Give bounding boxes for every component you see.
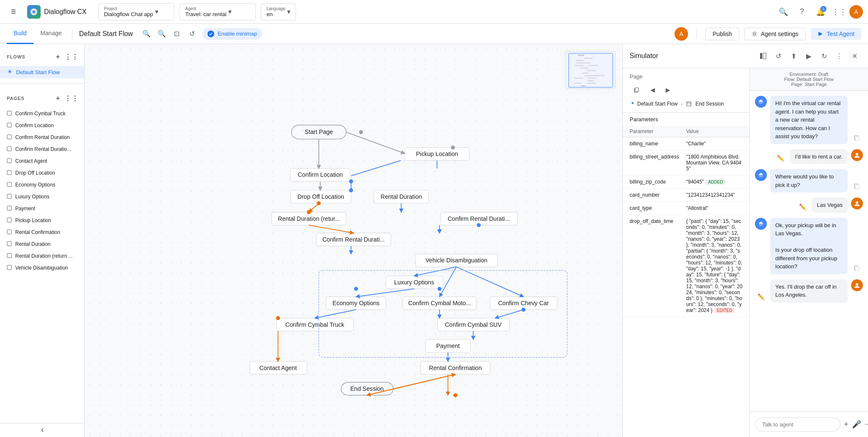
env-line1: Environment: Draft xyxy=(755,72,863,77)
sidebar-item-page-4[interactable]: Contact Agent xyxy=(0,155,84,167)
sidebar-item-page-2[interactable]: Confirm Rental Duration xyxy=(0,131,84,143)
sim-columns-icon[interactable] xyxy=(756,49,770,63)
tab-manage[interactable]: Manage xyxy=(33,24,69,44)
agent-label: Agent xyxy=(185,6,226,11)
add-flow-button[interactable]: + xyxy=(52,51,64,63)
params-row-5: drop_off_date_time { "past": { "day": 15… xyxy=(623,215,749,317)
apps-icon[interactable]: ⋮⋮ xyxy=(831,3,848,20)
chat-action-icon-4[interactable] xyxy=(851,262,863,274)
params-next-icon[interactable]: ▶ xyxy=(662,84,674,96)
undo-icon[interactable]: ↺ xyxy=(185,27,199,41)
svg-rect-110 xyxy=(587,80,594,81)
sidebar-item-page-13[interactable]: Vehicle Disambiguation xyxy=(0,262,84,274)
svg-line-73 xyxy=(315,310,356,318)
notification-icon[interactable]: 🔔 1 xyxy=(812,3,829,20)
sim-export-icon[interactable]: ⬆ xyxy=(787,49,800,63)
sidebar-item-page-6[interactable]: Economy Options xyxy=(0,179,84,191)
svg-rect-99 xyxy=(583,62,591,64)
attach-icon[interactable]: + xyxy=(844,417,849,432)
sidebar-item-page-9[interactable]: Pickup Location xyxy=(0,214,84,226)
page-list-icon[interactable]: ⋮⋮ xyxy=(66,92,77,104)
user-avatar[interactable]: A xyxy=(849,5,863,19)
sidebar-item-page-8[interactable]: Payment xyxy=(0,203,84,214)
search-flow-icon[interactable]: 🔍 xyxy=(140,27,153,41)
param-value-0: "Charlie" xyxy=(686,141,743,147)
flow-icon xyxy=(7,69,13,76)
sidebar-item-page-1[interactable]: Confirm Location xyxy=(0,120,84,131)
sidebar-divider xyxy=(0,84,84,84)
svg-text:Confirm Cymbal Truck: Confirm Cymbal Truck xyxy=(285,321,345,328)
param-value-2: "94045"ADDED xyxy=(686,179,743,185)
search-icon[interactable]: 🔍 xyxy=(775,3,792,20)
chat-bubble-3: Las Vegas xyxy=(812,198,848,213)
chat-message-1: I'd like to rent a car. ✏️ xyxy=(755,149,863,164)
sidebar-item-page-7[interactable]: Luxury Options xyxy=(0,191,84,203)
sidebar-item-page-10[interactable]: Rental Confirmation xyxy=(0,226,84,238)
sidebar-item-page-11[interactable]: Rental Duration xyxy=(0,238,84,250)
params-breadcrumb: Default Start Flow - End Session xyxy=(630,100,743,107)
flow-chip-icon xyxy=(630,100,636,107)
language-dropdown-arrow: ▾ xyxy=(287,8,290,16)
chat-messages: Hi! I'm the virtual car rental agent. I … xyxy=(750,91,868,411)
user-avatar-1 xyxy=(851,149,863,161)
pages-header: PAGES + ⋮⋮ xyxy=(0,89,84,108)
menu-icon[interactable]: ☰ xyxy=(5,3,22,20)
sidebar-item-default-flow[interactable]: Default Start Flow xyxy=(0,66,84,78)
chat-action-icon-2[interactable] xyxy=(851,181,863,192)
params-badge-2: ADDED xyxy=(705,179,725,185)
svg-text:Vehicle Disambiguation: Vehicle Disambiguation xyxy=(426,257,487,264)
value-col-header: Value xyxy=(686,128,743,134)
project-dropdown[interactable]: Project Dialogflow Chat app ▾ xyxy=(98,3,174,20)
publish-button[interactable]: Publish xyxy=(705,28,739,40)
simulator-body: Page ◀ ▶ Default Start Flow xyxy=(623,68,868,437)
tab-build[interactable]: Build xyxy=(7,24,33,44)
chat-action-icon-0[interactable] xyxy=(851,132,863,144)
svg-rect-130 xyxy=(856,185,860,189)
svg-line-60 xyxy=(351,161,401,176)
project-label: Project xyxy=(104,6,153,11)
sidebar-item-page-0[interactable]: Confirm Cymbal Truck xyxy=(0,108,84,120)
canvas-area[interactable]: Start Page Pickup Location Confirm Locat… xyxy=(85,44,622,437)
params-prev-icon[interactable]: ◀ xyxy=(647,84,658,96)
topbar-icons: 🔍 ? 🔔 1 ⋮⋮ A xyxy=(775,3,863,20)
flow-list-icon[interactable]: ⋮⋮ xyxy=(66,51,77,63)
sim-close-icon[interactable]: ✕ xyxy=(848,49,861,63)
sidebar-collapse-button[interactable] xyxy=(0,423,84,437)
sidebar-item-page-3[interactable]: Confirm Rental Duratio... xyxy=(0,143,84,155)
send-icon[interactable] xyxy=(865,417,868,432)
page-label: Confirm Location xyxy=(15,122,54,128)
chat-edit-icon-5[interactable]: ✏️ xyxy=(755,291,767,303)
minimap-toggle[interactable]: Enable minimap xyxy=(202,28,262,40)
topbar: ☰ Dialogflow CX Project Dialogflow Chat … xyxy=(0,0,868,24)
svg-line-74 xyxy=(309,225,354,233)
agent-dropdown[interactable]: Agent Travel: car rental ▾ xyxy=(180,3,256,20)
flows-header: FLOWS + ⋮⋮ xyxy=(0,47,84,66)
mic-icon[interactable]: 🎤 xyxy=(852,417,861,432)
add-page-button[interactable]: + xyxy=(52,92,64,104)
chat-edit-icon-1[interactable]: ✏️ xyxy=(775,152,787,164)
chat-input[interactable] xyxy=(755,418,840,431)
subheader-right: A Publish Agent settings Test Agent xyxy=(674,27,861,41)
sidebar-item-page-5[interactable]: Drop Off Location xyxy=(0,167,84,179)
svg-text:Rental Confirmation: Rental Confirmation xyxy=(429,365,481,371)
chat-panel: Environment: Draft Flow: Default Start F… xyxy=(750,68,868,437)
svg-point-89 xyxy=(453,393,457,397)
header-avatar[interactable]: A xyxy=(674,27,688,41)
params-copy-icon[interactable] xyxy=(630,83,643,97)
agent-settings-button[interactable]: Agent settings xyxy=(744,28,806,40)
svg-text:Rental Duration: Rental Duration xyxy=(381,193,422,200)
sim-undo-icon[interactable]: ↺ xyxy=(771,49,785,63)
help-icon[interactable]: ? xyxy=(793,3,810,20)
language-dropdown[interactable]: Language en ▾ xyxy=(261,3,296,20)
page-icon xyxy=(7,170,12,176)
zoom-in-icon[interactable]: 🔍 xyxy=(155,27,169,41)
chat-edit-icon-3[interactable]: ✏️ xyxy=(796,201,808,213)
test-agent-button[interactable]: Test Agent xyxy=(811,28,861,40)
sim-refresh-icon[interactable]: ↻ xyxy=(817,49,831,63)
subheader: Build Manage Default Start Flow 🔍 🔍 ⊡ ↺ … xyxy=(0,24,868,44)
sim-play-icon[interactable]: ▶ xyxy=(802,49,815,63)
sidebar-item-page-12[interactable]: Rental Duration (return ... xyxy=(0,250,84,262)
svg-line-56 xyxy=(346,132,404,153)
fit-icon[interactable]: ⊡ xyxy=(170,27,184,41)
sim-more-icon[interactable]: ⋮ xyxy=(832,49,846,63)
